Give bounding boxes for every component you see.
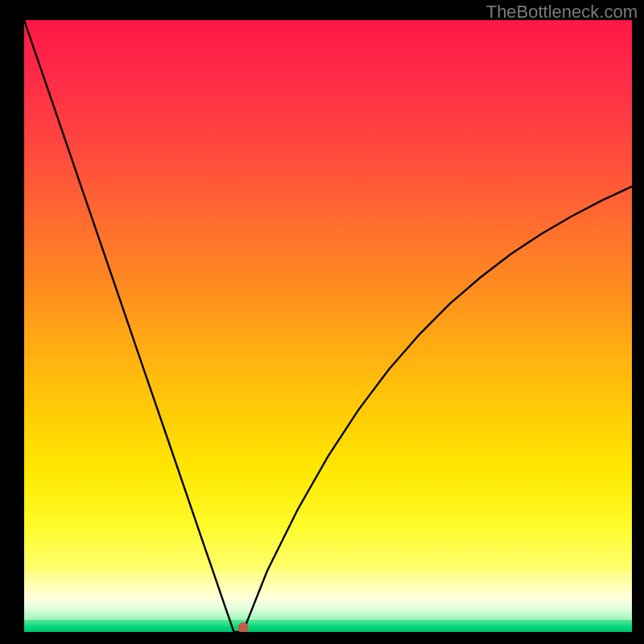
curve-path: [24, 20, 632, 632]
watermark-text: TheBottleneck.com: [486, 2, 638, 23]
optimum-marker-icon: [237, 622, 248, 632]
chart-frame: TheBottleneck.com: [0, 0, 644, 644]
plot-area: [24, 20, 632, 632]
bottleneck-curve: [24, 20, 632, 632]
